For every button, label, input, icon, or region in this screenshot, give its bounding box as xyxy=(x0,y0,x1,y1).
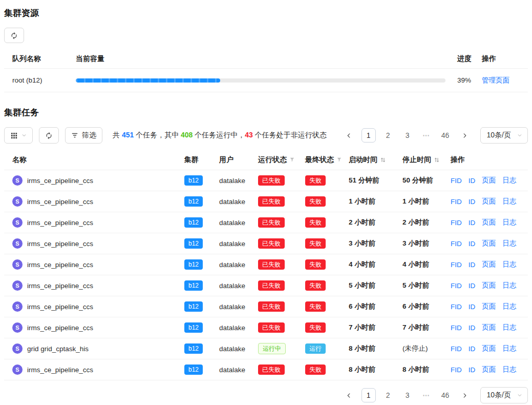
action-link-fid[interactable]: FID xyxy=(451,219,462,227)
run-status-badge: 已失败 xyxy=(258,301,285,312)
action-link-fid[interactable]: FID xyxy=(451,198,462,206)
action-link-id[interactable]: ID xyxy=(469,345,476,353)
avatar: S xyxy=(12,322,23,333)
final-status-badge: 运行 xyxy=(305,343,326,354)
row-actions: FIDID页面日志 xyxy=(451,344,528,353)
pagination-page-1[interactable]: 1 xyxy=(361,388,376,402)
pagination-next[interactable] xyxy=(458,128,472,143)
task-user: datalake xyxy=(219,177,258,185)
chevron-left-icon xyxy=(346,393,352,398)
task-user: datalake xyxy=(219,219,258,227)
summary-running-count: 408 xyxy=(181,131,193,139)
pagination-page-46[interactable]: 46 xyxy=(438,128,453,143)
action-link-page[interactable]: 页面 xyxy=(482,260,496,269)
filter-funnel-icon[interactable] xyxy=(336,157,342,163)
action-link-id[interactable]: ID xyxy=(469,324,476,332)
action-link-log[interactable]: 日志 xyxy=(502,365,516,374)
action-link-id[interactable]: ID xyxy=(469,240,476,248)
action-link-id[interactable]: ID xyxy=(469,198,476,206)
action-link-id[interactable]: ID xyxy=(469,303,476,311)
action-link-log[interactable]: 日志 xyxy=(502,218,516,227)
action-link-id[interactable]: ID xyxy=(469,219,476,227)
layout-dropdown-button[interactable] xyxy=(4,127,33,144)
tasks-table: 名称 集群 用户 运行状态 最终状态 启动时间 xyxy=(4,150,528,380)
action-link-id[interactable]: ID xyxy=(469,261,476,269)
page-size-value: 10条/页 xyxy=(487,391,511,400)
pagination-ellipsis[interactable]: ••• xyxy=(420,128,433,143)
table-row: S irms_ce_pipeline_ccs b12 datalake 已失败 … xyxy=(4,170,528,191)
action-link-log[interactable]: 日志 xyxy=(502,344,516,353)
table-row: S irms_ce_pipeline_ccs b12 datalake 已失败 … xyxy=(4,296,528,317)
pagination-page-3[interactable]: 3 xyxy=(400,128,415,143)
action-link-id[interactable]: ID xyxy=(469,366,476,374)
action-link-fid[interactable]: FID xyxy=(451,324,462,332)
action-link-log[interactable]: 日志 xyxy=(502,176,516,185)
avatar: S xyxy=(12,280,23,291)
action-link-page[interactable]: 页面 xyxy=(482,197,496,206)
action-link-fid[interactable]: FID xyxy=(451,261,462,269)
col-cluster: 集群 xyxy=(184,155,219,165)
run-status-badge: 已失败 xyxy=(258,280,285,291)
refresh-icon xyxy=(45,132,53,139)
page-size-select[interactable]: 10条/页 xyxy=(480,387,528,403)
sort-icon[interactable] xyxy=(380,157,386,163)
action-link-fid[interactable]: FID xyxy=(451,303,462,311)
action-link-id[interactable]: ID xyxy=(469,177,476,185)
page-size-select[interactable]: 10条/页 xyxy=(480,127,528,144)
run-status-badge: 已失败 xyxy=(258,259,285,270)
action-link-page[interactable]: 页面 xyxy=(482,302,496,311)
pagination-prev[interactable] xyxy=(342,388,356,402)
action-link-page[interactable]: 页面 xyxy=(482,239,496,248)
action-link-log[interactable]: 日志 xyxy=(502,323,516,332)
action-link-page[interactable]: 页面 xyxy=(482,344,496,353)
cluster-tasks-section: 集群任务 筛选 共 451 个任务，其 xyxy=(4,104,528,405)
pagination-next[interactable] xyxy=(458,388,472,402)
action-link-log[interactable]: 日志 xyxy=(502,197,516,206)
task-name: irms_ce_pipeline_ccs xyxy=(27,303,93,311)
pagination-page-2[interactable]: 2 xyxy=(381,128,395,143)
pagination-page-3[interactable]: 3 xyxy=(400,388,415,402)
action-link-id[interactable]: ID xyxy=(469,282,476,290)
action-link-page[interactable]: 页面 xyxy=(482,218,496,227)
start-time: 5 小时前 xyxy=(349,281,402,290)
action-link-page[interactable]: 页面 xyxy=(482,176,496,185)
action-link-fid[interactable]: FID xyxy=(451,345,462,353)
action-link-fid[interactable]: FID xyxy=(451,366,462,374)
run-status-badge: 已失败 xyxy=(258,217,285,228)
summary-total-count: 451 xyxy=(122,131,134,139)
col-run-status: 运行状态 xyxy=(258,155,305,165)
action-link-fid[interactable]: FID xyxy=(451,282,462,290)
filter-funnel-icon[interactable] xyxy=(289,157,295,163)
sort-icon[interactable] xyxy=(434,157,440,163)
avatar: S xyxy=(12,175,23,186)
action-link-page[interactable]: 页面 xyxy=(482,281,496,290)
action-link-log[interactable]: 日志 xyxy=(502,239,516,248)
action-link-page[interactable]: 页面 xyxy=(482,365,496,374)
filter-button[interactable]: 筛选 xyxy=(65,127,102,144)
action-link-log[interactable]: 日志 xyxy=(502,260,516,269)
action-link-fid[interactable]: FID xyxy=(451,177,462,185)
pagination-page-2[interactable]: 2 xyxy=(381,388,395,402)
resources-table: 队列名称 当前容量 进度 操作 root (b12) 39% 管理页面 xyxy=(4,49,528,92)
stop-time: 4 小时前 xyxy=(402,260,451,269)
action-link-fid[interactable]: FID xyxy=(451,240,462,248)
manage-page-link[interactable]: 管理页面 xyxy=(482,76,509,84)
cluster-badge: b12 xyxy=(184,196,203,207)
task-name: irms_ce_pipeline_ccs xyxy=(27,366,93,374)
tasks-refresh-button[interactable] xyxy=(39,127,59,144)
stop-time: 3 小时前 xyxy=(402,239,451,248)
pagination-ellipsis[interactable]: ••• xyxy=(420,388,433,402)
cluster-resources-section: 集群资源 队列名称 当前容量 进度 操作 root (b12) 39% xyxy=(4,4,528,92)
action-link-page[interactable]: 页面 xyxy=(482,323,496,332)
task-name: irms_ce_pipeline_ccs xyxy=(27,240,93,248)
action-link-log[interactable]: 日志 xyxy=(502,302,516,311)
col-user: 用户 xyxy=(219,155,258,165)
final-status-badge: 失败 xyxy=(305,364,326,375)
pagination-page-1[interactable]: 1 xyxy=(361,128,376,143)
pagination-page-46[interactable]: 46 xyxy=(438,388,453,402)
cluster-badge: b12 xyxy=(184,322,203,333)
pagination-prev[interactable] xyxy=(342,128,356,143)
action-link-log[interactable]: 日志 xyxy=(502,281,516,290)
tasks-toolbar: 筛选 共 451 个任务，其中 408 个任务运行中，43 个任务处于非运行状态… xyxy=(4,127,528,144)
resources-refresh-button[interactable] xyxy=(4,28,24,43)
